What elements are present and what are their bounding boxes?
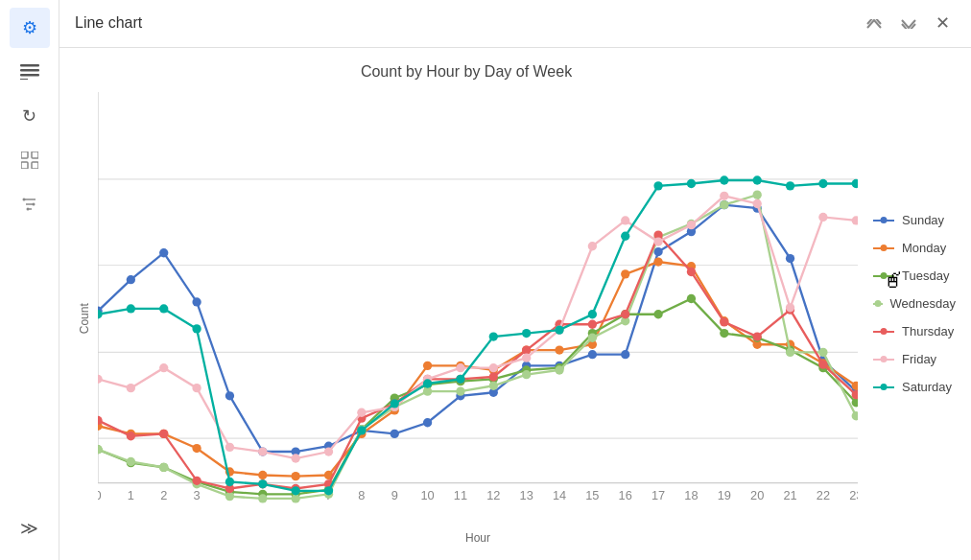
svg-point-170	[159, 363, 168, 372]
chart-body: Count 500 1,000 1,500	[75, 92, 858, 545]
svg-point-124	[225, 492, 234, 501]
svg-point-77	[258, 471, 267, 479]
svg-point-194	[159, 304, 168, 313]
sidebar: ⚙ ↻ ≫	[0, 0, 59, 560]
svg-point-179	[456, 363, 464, 372]
svg-point-139	[720, 200, 728, 209]
legend-item-tuesday: Tuesday	[873, 268, 956, 283]
svg-point-205	[522, 329, 531, 338]
legend-label-sunday: Sunday	[902, 213, 944, 227]
chart-container: Count by Hour by Day of Week Count 500	[75, 63, 858, 545]
svg-point-203	[456, 374, 464, 383]
svg-point-176	[357, 408, 366, 416]
header-btn-up[interactable]	[861, 10, 888, 37]
legend-item-thursday: Thursday	[873, 324, 956, 338]
svg-rect-3	[20, 79, 28, 80]
svg-point-187	[720, 191, 728, 199]
svg-point-52	[225, 391, 234, 400]
svg-point-65	[653, 247, 662, 256]
svg-text:17: 17	[651, 488, 665, 502]
svg-text:2: 2	[160, 488, 167, 502]
svg-rect-5	[32, 152, 38, 158]
svg-point-209	[653, 181, 662, 190]
svg-text:13: 13	[520, 488, 533, 502]
svg-point-142	[818, 347, 827, 356]
svg-point-159	[588, 319, 597, 328]
svg-rect-0	[20, 64, 39, 67]
svg-text:21: 21	[783, 488, 796, 502]
svg-point-207	[588, 310, 597, 318]
svg-point-141	[786, 347, 794, 356]
svg-point-185	[653, 237, 662, 245]
svg-point-145	[127, 432, 135, 440]
svg-point-189	[786, 303, 794, 312]
legend-label-tuesday: Tuesday	[902, 268, 949, 283]
svg-point-120	[98, 445, 103, 454]
svg-point-122	[159, 462, 168, 471]
svg-text:8: 8	[358, 488, 365, 502]
svg-text:0: 0	[98, 488, 102, 502]
svg-rect-6	[21, 162, 28, 169]
svg-point-115	[720, 329, 728, 338]
svg-text:18: 18	[684, 488, 698, 502]
svg-point-134	[555, 365, 563, 374]
svg-point-171	[192, 384, 201, 392]
sidebar-icon-refresh[interactable]: ↻	[10, 96, 50, 136]
chart-area: Count by Hour by Day of Week Count 500	[59, 48, 971, 560]
sidebar-icon-grid[interactable]	[10, 140, 50, 180]
chart-inner: 500 1,000 1,500 2,000 0 1 2 3	[98, 92, 858, 545]
svg-point-188	[753, 199, 762, 208]
svg-point-156	[489, 372, 498, 381]
svg-point-184	[621, 216, 629, 224]
svg-point-198	[291, 486, 299, 495]
svg-point-135	[588, 333, 597, 341]
header: Line chart ✕	[59, 0, 971, 48]
svg-point-11	[22, 198, 25, 201]
svg-point-211	[720, 175, 728, 184]
chart-title: Count by Hour by Day of Week	[75, 63, 858, 81]
header-btn-close[interactable]: ✕	[930, 9, 956, 37]
header-btn-down[interactable]	[895, 10, 922, 37]
svg-point-208	[621, 231, 629, 240]
svg-text:11: 11	[454, 488, 467, 502]
svg-point-125	[258, 494, 267, 502]
svg-point-82	[423, 361, 432, 369]
sidebar-icon-expand[interactable]: ≫	[10, 508, 50, 548]
svg-point-175	[324, 447, 333, 455]
svg-point-197	[258, 479, 267, 488]
svg-point-195	[192, 324, 201, 333]
svg-point-193	[127, 304, 135, 313]
legend-label-thursday: Thursday	[902, 324, 954, 338]
svg-point-162	[687, 268, 696, 276]
svg-point-50	[159, 248, 168, 257]
sidebar-icon-filter[interactable]	[10, 184, 50, 224]
chart-svg-area: 500 1,000 1,500 2,000 0 1 2 3	[98, 92, 858, 527]
svg-text:3: 3	[194, 488, 201, 502]
svg-point-181	[522, 353, 531, 362]
legend-item-saturday: Saturday	[873, 380, 956, 394]
svg-point-51	[192, 297, 201, 306]
svg-point-58	[423, 418, 432, 427]
svg-point-130	[423, 386, 432, 395]
sidebar-icon-settings[interactable]: ⚙	[10, 8, 50, 48]
svg-point-133	[522, 370, 531, 379]
sidebar-icon-list[interactable]	[10, 52, 50, 92]
svg-point-64	[621, 350, 629, 359]
line-thursday	[98, 235, 856, 488]
svg-point-89	[653, 257, 662, 266]
svg-point-114	[687, 294, 696, 303]
svg-point-210	[687, 179, 696, 188]
svg-point-132	[489, 381, 498, 389]
svg-point-113	[653, 310, 662, 318]
svg-point-183	[588, 242, 597, 250]
svg-point-190	[818, 213, 827, 222]
svg-point-160	[621, 310, 629, 318]
main-content: Line chart ✕ Count by Hour by Day of Wee…	[59, 0, 971, 560]
svg-point-213	[786, 181, 794, 190]
svg-point-164	[753, 332, 762, 340]
svg-point-140	[753, 190, 762, 198]
svg-point-186	[687, 221, 696, 229]
svg-text:12: 12	[486, 488, 500, 502]
svg-text:1: 1	[128, 488, 134, 502]
legend: Sunday Monday Tuesday Wednesday	[858, 63, 963, 545]
